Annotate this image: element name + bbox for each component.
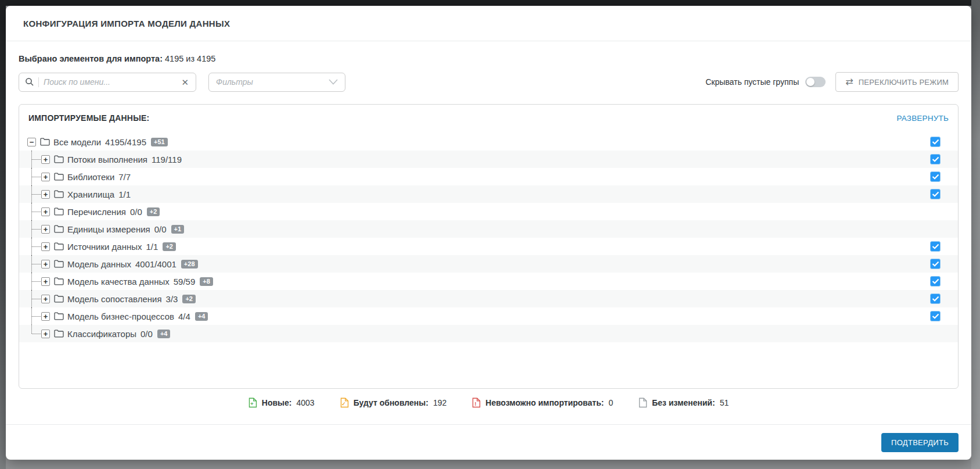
extra-count-badge: +28 <box>181 260 198 268</box>
expand-node-icon[interactable]: + <box>41 207 50 216</box>
folder-icon <box>54 207 64 216</box>
tree-node-label[interactable]: Хранилища <box>67 189 114 199</box>
expand-all-link[interactable]: РАЗВЕРНУТЬ <box>896 114 949 123</box>
stat-value: 4003 <box>296 398 314 407</box>
extra-count-badge: +2 <box>147 207 160 216</box>
node-checkbox-checked[interactable] <box>930 189 941 199</box>
tree-node-count: 0/0 <box>130 207 142 217</box>
import-stats: +Новые:4003✓Будут обновлены:192!Невозмож… <box>19 398 959 408</box>
tree-node-label[interactable]: Перечисления <box>67 207 126 217</box>
tree-row: +Единицы измерения0/0+1 <box>19 220 958 238</box>
tree-row: +Перечисления0/0+2 <box>19 203 958 220</box>
backdrop-right-shade <box>971 0 980 469</box>
tree-node-count: 4/4 <box>178 312 190 321</box>
clear-search-icon[interactable]: ✕ <box>180 78 190 87</box>
stat-value: 0 <box>608 398 613 407</box>
expand-node-icon[interactable]: + <box>41 312 50 321</box>
extra-count-badge: +4 <box>157 330 171 338</box>
stat-item: ✓Будут обновлены:192 <box>340 398 447 408</box>
node-checkbox-checked[interactable] <box>930 311 941 321</box>
node-checkbox-checked[interactable] <box>930 241 941 252</box>
folder-icon <box>54 295 64 303</box>
tree-row: −Все модели4195/4195+51 <box>19 133 958 151</box>
chevron-down-icon <box>329 79 338 85</box>
dialog-footer: ПОДТВЕРДИТЬ <box>6 424 971 460</box>
hide-empty-groups-label: Скрывать пустые группы <box>705 77 799 87</box>
node-checkbox-checked[interactable] <box>930 154 941 164</box>
switch-mode-button[interactable]: ⇄ ПЕРЕКЛЮЧИТЬ РЕЖИМ <box>835 72 959 92</box>
collapse-node-icon[interactable]: − <box>27 138 36 146</box>
tree-row: +Источники данных1/1+2 <box>19 238 958 255</box>
controls-row: ✕ Фильтры Скрывать пустые группы ⇄ ПЕРЕК… <box>19 72 959 92</box>
toggle-knob <box>806 78 815 86</box>
expand-node-icon[interactable]: + <box>41 155 50 164</box>
node-checkbox-checked[interactable] <box>930 293 941 304</box>
tree-node-label[interactable]: Модель данных <box>67 259 131 269</box>
expand-node-icon[interactable]: + <box>41 173 50 181</box>
search-input[interactable] <box>44 77 180 87</box>
folder-icon <box>54 242 64 250</box>
expand-node-icon[interactable]: + <box>41 242 50 251</box>
folder-icon <box>54 155 64 163</box>
tree-node-label[interactable]: Потоки выполнения <box>67 155 147 164</box>
expand-node-icon[interactable]: + <box>41 190 50 199</box>
svg-text:+: + <box>250 401 253 407</box>
stat-value: 51 <box>720 398 729 407</box>
expand-node-icon[interactable]: + <box>41 277 50 286</box>
hide-empty-groups-toggle[interactable] <box>805 77 826 87</box>
extra-count-badge: +51 <box>151 138 168 146</box>
file-check-icon: ✓ <box>340 398 349 408</box>
expand-node-icon[interactable]: + <box>41 260 50 268</box>
tree-node-label[interactable]: Модель бизнес-процессов <box>67 312 174 321</box>
filters-dropdown[interactable]: Фильтры <box>208 73 345 92</box>
node-checkbox-checked[interactable] <box>930 137 941 147</box>
expand-node-icon[interactable]: + <box>41 225 50 234</box>
expand-node-icon[interactable]: + <box>41 330 50 338</box>
search-box[interactable]: ✕ <box>19 73 196 92</box>
import-data-panel: ИМПОРТИРУЕМЫЕ ДАННЫЕ: РАЗВЕРНУТЬ −Все мо… <box>19 104 959 389</box>
tree-node-label[interactable]: Единицы измерения <box>67 224 150 234</box>
backdrop-left-shade <box>0 0 6 469</box>
tree-row: +Классификаторы0/0+4 <box>19 325 958 342</box>
tree-node-label[interactable]: Библиотеки <box>67 172 114 182</box>
tree-node-label[interactable]: Модель сопоставления <box>67 294 162 304</box>
node-checkbox-checked[interactable] <box>930 276 941 287</box>
folder-icon <box>54 312 64 320</box>
svg-text:!: ! <box>475 401 477 407</box>
summary-label: Выбрано элементов для импорта: <box>19 54 163 63</box>
folder-icon <box>54 190 64 198</box>
expand-node-icon[interactable]: + <box>41 295 50 303</box>
file-icon <box>639 398 647 408</box>
tree-node-label[interactable]: Все модели <box>53 137 101 147</box>
folder-icon <box>54 225 64 233</box>
svg-text:✓: ✓ <box>341 401 346 407</box>
tree-row: +Модель качества данных59/59+8 <box>19 273 958 290</box>
tree-node-label[interactable]: Модель качества данных <box>67 277 170 287</box>
extra-count-badge: +8 <box>200 277 213 286</box>
confirm-button[interactable]: ПОДТВЕРДИТЬ <box>881 433 959 452</box>
file-alert-icon: ! <box>472 398 481 408</box>
panel-head: ИМПОРТИРУЕМЫЕ ДАННЫЕ: РАЗВЕРНУТЬ <box>19 105 958 130</box>
dialog-title: КОНФИГУРАЦИЯ ИМПОРТА МОДЕЛИ ДАННЫХ <box>23 19 230 28</box>
stat-label: Новые: <box>262 398 292 407</box>
node-checkbox-checked[interactable] <box>930 259 941 269</box>
folder-icon <box>54 277 64 285</box>
stat-label: Невозможно импортировать: <box>485 398 604 407</box>
extra-count-badge: +2 <box>182 295 196 303</box>
node-checkbox-checked[interactable] <box>930 171 941 182</box>
tree-node-count: 0/0 <box>140 329 153 339</box>
tree-row: +Модель бизнес-процессов4/4+4 <box>19 307 958 325</box>
tree-node-label[interactable]: Источники данных <box>67 242 142 252</box>
panel-title: ИМПОРТИРУЕМЫЕ ДАННЫЕ: <box>28 113 149 123</box>
stat-item: Без изменений:51 <box>639 398 729 408</box>
search-divider <box>38 77 39 87</box>
dialog-body: Выбрано элементов для импорта: 4195 из 4… <box>6 41 971 424</box>
stat-item: !Невозможно импортировать:0 <box>472 398 613 408</box>
tree-node-count: 119/119 <box>152 155 182 164</box>
tree-row: +Модель сопоставления3/3+2 <box>19 290 958 307</box>
tree-node-count: 4195/4195 <box>105 137 146 147</box>
folder-icon <box>54 260 64 268</box>
tree-node-label[interactable]: Классификаторы <box>67 329 136 339</box>
filters-placeholder: Фильтры <box>216 77 329 87</box>
tree-row: +Модель данных4001/4001+28 <box>19 255 958 273</box>
